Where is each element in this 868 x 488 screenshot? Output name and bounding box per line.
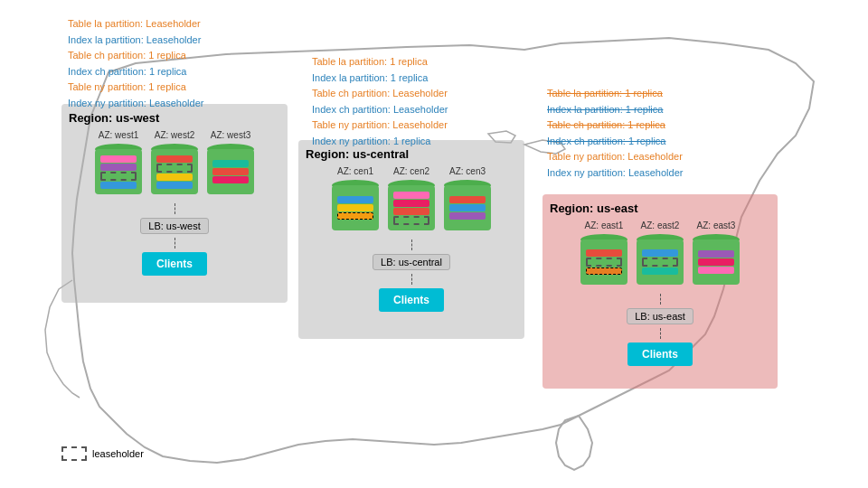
west-info-line-2: Index la partition: Leaseholder — [68, 33, 203, 49]
az-east2: AZ: east2 — [637, 221, 684, 290]
central-clients[interactable]: Clients — [379, 288, 444, 312]
west-line1 — [175, 203, 175, 214]
cylinder-west1 — [95, 144, 142, 200]
central-az-row: AZ: cen1 AZ: cen2 — [306, 166, 517, 236]
cylinder-west3-body — [207, 149, 254, 194]
east-info-line-4: Index ch partition: 1 replica — [547, 134, 683, 150]
disk-east1-dashed — [586, 258, 622, 267]
cylinder-cen3 — [444, 180, 491, 236]
east-bottom: LB: us-east Clients — [550, 294, 770, 370]
east-info-line-1: Table la partition: 1 replica — [547, 86, 683, 102]
west-info-line-6: Index ny partition: Leaseholder — [68, 96, 203, 112]
disk-east2-2 — [642, 267, 678, 275]
disk-west2-3 — [156, 182, 193, 189]
region-central: Region: us-central AZ: cen1 AZ: cen2 — [298, 140, 524, 339]
cylinder-east3 — [693, 234, 740, 290]
east-line1 — [660, 294, 661, 305]
west-az-row: AZ: west1 AZ: west2 — [69, 130, 280, 200]
disk-west2-2 — [156, 174, 193, 181]
disk-west1-2 — [100, 164, 137, 171]
cylinder-east1-body — [580, 239, 627, 285]
disk-east2-1 — [642, 249, 678, 257]
region-west: Region: us-west AZ: west1 AZ: west2 — [61, 104, 288, 303]
disk-cen1-2 — [337, 204, 373, 211]
disk-cen3-3 — [449, 212, 486, 220]
central-info-line-3: Table ch partition: Leaseholder — [312, 86, 448, 102]
az-cen3-label: AZ: cen3 — [449, 166, 486, 176]
west-bottom: LB: us-west Clients — [69, 203, 280, 279]
cylinder-cen1-body — [332, 185, 379, 230]
az-cen1: AZ: cen1 — [332, 166, 379, 236]
east-info-line-2: Index la partition: 1 replica — [547, 102, 683, 118]
cylinder-cen3-body — [444, 185, 491, 230]
disk-west3-1 — [212, 160, 249, 167]
east-info-line-5: Table ny partition: Leaseholder — [547, 149, 683, 165]
az-west2: AZ: west2 — [151, 130, 198, 200]
disk-west1-1 — [100, 155, 137, 163]
legend-dashed-box — [61, 446, 87, 461]
cylinder-west2 — [151, 144, 198, 200]
east-clients[interactable]: Clients — [627, 343, 693, 366]
az-east1: AZ: east1 — [580, 221, 627, 290]
disk-cen1-3 — [337, 212, 373, 220]
west-info-line-5: Table ny partition: 1 replica — [68, 80, 203, 96]
az-west3-label: AZ: west3 — [211, 130, 250, 140]
az-east1-label: AZ: east1 — [585, 221, 624, 230]
central-info-line-1: Table la partition: 1 replica — [312, 54, 448, 70]
disk-east3-2 — [698, 258, 734, 266]
disk-cen1-1 — [337, 196, 373, 203]
az-cen2-label: AZ: cen2 — [393, 166, 429, 176]
central-line1 — [411, 239, 412, 250]
east-info-line-3: Table ch partition: 1 replica — [547, 117, 683, 134]
info-east: Table la partition: 1 replica Index la p… — [547, 86, 683, 182]
west-info-line-1: Table la partition: Leaseholder — [68, 16, 203, 33]
disk-west2-1 — [156, 155, 193, 163]
disk-cen2-2 — [393, 200, 429, 207]
central-info-line-6: Index ny partition: 1 replica — [312, 134, 448, 150]
disk-west3-2 — [212, 168, 249, 175]
east-az-row: AZ: east1 AZ: east2 — [550, 221, 770, 290]
disk-cen3-1 — [449, 196, 486, 203]
az-cen3: AZ: cen3 — [444, 166, 491, 236]
region-east: Region: us-east AZ: east1 AZ: east2 — [542, 194, 778, 389]
info-west: Table la partition: Leaseholder Index la… — [68, 16, 203, 112]
east-line2 — [660, 328, 661, 339]
disk-east1-1 — [586, 249, 622, 257]
az-east3: AZ: east3 — [693, 221, 740, 290]
az-west3: AZ: west3 — [207, 130, 254, 200]
central-line2 — [411, 274, 412, 285]
cylinder-east1 — [580, 234, 627, 290]
cylinder-east2-body — [637, 239, 684, 285]
region-west-label: Region: us-west — [69, 111, 280, 125]
east-lb: LB: us-east — [627, 308, 693, 324]
central-lb: LB: us-central — [373, 254, 450, 270]
disk-west3-3 — [212, 176, 249, 183]
disk-cen2-dashed — [393, 216, 429, 225]
cylinder-west2-body — [151, 149, 198, 194]
disk-east3-1 — [698, 250, 734, 258]
cylinder-cen1 — [332, 180, 379, 236]
az-west1-label: AZ: west1 — [99, 130, 138, 140]
info-central: Table la partition: 1 replica Index la p… — [312, 54, 448, 150]
disk-cen2-1 — [393, 192, 429, 199]
legend: leaseholder — [61, 446, 144, 461]
az-cen1-label: AZ: cen1 — [337, 166, 373, 176]
az-cen2: AZ: cen2 — [388, 166, 435, 236]
east-info-line-6: Index ny partition: Leaseholder — [547, 165, 683, 182]
cylinder-east2 — [637, 234, 684, 290]
west-info-line-4: Index ch partition: 1 replica — [68, 64, 203, 80]
west-line2 — [175, 238, 175, 249]
cylinder-west1-body — [95, 149, 142, 194]
az-east2-label: AZ: east2 — [641, 221, 680, 230]
cylinder-east3-body — [693, 239, 740, 285]
disk-west1-dashed — [100, 172, 137, 181]
disk-cen3-2 — [449, 204, 486, 211]
cylinder-west3 — [207, 144, 254, 200]
cylinder-cen2 — [388, 180, 435, 236]
west-lb: LB: us-west — [140, 218, 208, 234]
disk-east1-2 — [586, 267, 622, 275]
west-clients[interactable]: Clients — [142, 252, 207, 276]
central-bottom: LB: us-central Clients — [306, 239, 517, 315]
cylinder-cen2-body — [388, 185, 435, 230]
central-info-line-5: Table ny partition: Leaseholder — [312, 117, 448, 134]
